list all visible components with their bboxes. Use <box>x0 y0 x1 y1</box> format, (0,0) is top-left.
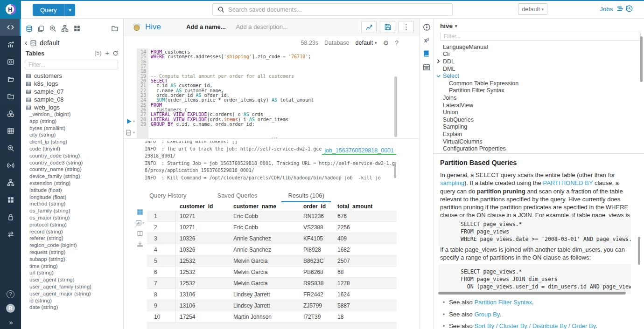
tree-item-joins[interactable]: Joins <box>434 94 644 102</box>
tree-item-dml[interactable]: DML <box>434 65 644 73</box>
assistant-circle-icon[interactable] <box>423 23 431 31</box>
see-also-link[interactable]: Sort By / Cluster By / Distribute By / O… <box>474 322 595 329</box>
search-input[interactable] <box>228 6 448 13</box>
editor-log-divider[interactable]: ⋯ <box>124 138 420 139</box>
code-editor[interactable]: 14FROM customers15WHERE customers.addres… <box>124 48 420 138</box>
column-item[interactable]: country_code (string) <box>26 153 123 160</box>
refresh-icon[interactable] <box>112 50 119 56</box>
documents-icon[interactable] <box>37 25 44 32</box>
language-reference-icon[interactable] <box>423 50 430 57</box>
column-item[interactable]: user_agent (string) <box>26 277 123 284</box>
nav-item-record[interactable] <box>0 53 21 70</box>
sitemap-icon[interactable] <box>61 25 69 32</box>
nav-item-folder[interactable] <box>0 88 21 105</box>
chart-button[interactable] <box>361 21 377 33</box>
code-line[interactable]: 17 <box>137 64 398 69</box>
more-actions-button[interactable]: ⋮ <box>399 21 414 33</box>
folder-icon[interactable] <box>111 25 119 32</box>
tree-item-explain[interactable]: Explain <box>434 130 644 138</box>
run-query-button[interactable]: ▾ <box>126 118 135 124</box>
table-row[interactable]: 813106Lindsey JarrettFR24421624 <box>147 289 397 300</box>
column-item[interactable]: user_agent_family (string) <box>26 284 123 291</box>
tree-item-cli[interactable]: Cli <box>434 51 644 58</box>
tree-item-sampling[interactable]: Sampling <box>434 123 644 131</box>
search-plus-icon[interactable] <box>49 25 56 32</box>
app-blocks-icon[interactable] <box>73 25 81 32</box>
doc-scrollbar[interactable] <box>638 237 640 265</box>
table-row[interactable]: 310326Annie SanchezKF4105409 <box>147 233 397 244</box>
table-filter-input[interactable] <box>25 60 118 69</box>
tree-item-union[interactable]: Union <box>434 109 644 116</box>
column-item[interactable]: city (string) <box>26 132 123 139</box>
chevron-down-icon[interactable] <box>436 74 441 78</box>
query-name-field[interactable]: Add a name... <box>186 23 226 30</box>
download-icon[interactable] <box>135 241 145 247</box>
see-also-link[interactable]: Group By <box>474 311 499 318</box>
column-item[interactable]: region_code (bigint) <box>26 242 123 249</box>
code-line[interactable]: 29GROUP BY c.id, c.name, ords.order_id; <box>137 122 398 127</box>
history-icon[interactable] <box>625 5 633 13</box>
query-button[interactable]: Query ▾ <box>33 4 75 16</box>
resize-handle-icon[interactable]: ⋯ <box>272 134 278 141</box>
nav-item-app-blocks[interactable] <box>0 191 21 208</box>
settings-gear-icon[interactable]: ⚙ <box>383 39 389 47</box>
query-caret-icon[interactable]: ▾ <box>64 4 75 16</box>
help-button[interactable]: ? <box>0 287 21 301</box>
table-row[interactable]: 410326Annie SanchezPI89281682 <box>147 244 397 255</box>
table-row[interactable]: 712532Melvin GarciaR9S8381278 <box>147 278 397 289</box>
column-item[interactable]: protocol (string) <box>26 222 123 229</box>
code-line[interactable]: 15WHERE customers.addresses['shipping'].… <box>137 55 398 59</box>
column-item[interactable]: request (string) <box>26 249 123 256</box>
tree-item-virtualcolumns[interactable]: VirtualColumns <box>434 138 644 145</box>
column-item[interactable]: extension (string) <box>26 180 123 187</box>
column-item[interactable]: longitude (float) <box>26 194 123 201</box>
tree-item-configuration-properties[interactable]: Configuration Properties <box>434 145 644 152</box>
schedule-calendar-icon[interactable] <box>423 63 430 71</box>
column-header[interactable]: order_id <box>303 203 337 210</box>
tab-query-history[interactable]: Query History <box>143 188 193 202</box>
reference-filter-input[interactable] <box>440 32 641 41</box>
table-row[interactable]: 913106Lindsey JarrettZJ57995887 <box>147 300 397 311</box>
columns-icon[interactable] <box>135 230 145 237</box>
tab-results-106-[interactable]: Results (106) <box>281 188 330 202</box>
column-item[interactable]: url (string) <box>26 270 123 277</box>
database-selector[interactable]: default ▾ <box>356 40 377 46</box>
column-item[interactable]: subapp (string) <box>26 256 123 263</box>
reference-source-select[interactable]: hive ▾ <box>440 22 457 29</box>
nav-item-open-folder[interactable] <box>0 70 21 88</box>
jobs-link[interactable]: Jobs <box>600 5 624 13</box>
column-item[interactable]: app (string) <box>26 118 123 125</box>
tree-item-languagemanual[interactable]: LanguageManual <box>434 43 644 51</box>
nav-item-stream[interactable] <box>0 157 21 174</box>
db-breadcrumb[interactable]: ‹ default <box>25 39 59 47</box>
column-item[interactable]: time (string) <box>26 263 123 270</box>
hue-logo[interactable]: H <box>0 0 21 19</box>
table-row[interactable]: 512532Melvin GarciaB8623C2507 <box>147 255 397 267</box>
query-log[interactable]: INFO : Executing with tokens: []INFO : T… <box>145 141 396 181</box>
database-icon[interactable] <box>26 25 33 32</box>
explain-notebook-button[interactable]: ▾ <box>125 129 135 136</box>
log-scrollbar[interactable] <box>394 162 396 178</box>
tree-scrollbar[interactable] <box>640 36 643 82</box>
tab-saved-queries[interactable]: Saved Queries <box>210 188 264 202</box>
column-item[interactable]: country_code3 (string) <box>26 160 123 167</box>
column-header[interactable]: customer_id <box>176 203 233 210</box>
column-item[interactable]: latitude (float) <box>26 187 123 194</box>
table-row[interactable]: 1017254Martin JohnsonI72T3918 <box>147 311 397 322</box>
table-row[interactable]: 110271Eric CobbRN1236676 <box>147 211 397 222</box>
back-chevron-icon[interactable]: ‹ <box>25 40 27 46</box>
column-item[interactable]: _version_ (bigint) <box>26 111 123 118</box>
table-item[interactable]: sample_08 <box>26 96 123 103</box>
nav-item-cubes[interactable] <box>0 105 21 122</box>
tree-item-subqueries[interactable]: SubQueries <box>434 116 644 123</box>
grid-view-icon[interactable] <box>135 209 145 215</box>
notebook-caret-icon[interactable]: ▾ <box>133 130 135 135</box>
tree-item-common-table-expression[interactable]: Common Table Expression <box>434 80 644 87</box>
nav-item-table-grid[interactable] <box>0 122 21 139</box>
nav-item-lock[interactable] <box>0 208 21 226</box>
functions-icon[interactable]: x² <box>424 37 429 44</box>
doc-link[interactable]: PARTITIONED BY <box>543 179 593 186</box>
save-button[interactable] <box>380 21 395 33</box>
see-also-link[interactable]: Partition Filter Syntax <box>474 299 532 306</box>
chart-options-caret-icon[interactable]: ▾ <box>142 221 144 225</box>
